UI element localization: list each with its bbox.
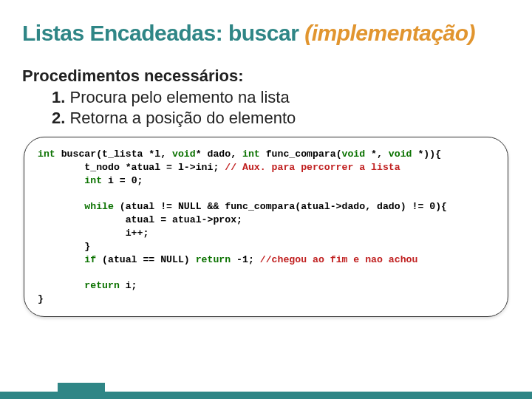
code-text — [38, 201, 84, 212]
slide-content: Listas Encadeadas: buscar (implementação… — [0, 0, 532, 317]
code-keyword: int — [242, 149, 260, 160]
code-text: i = 0; — [102, 175, 143, 186]
code-text: (atual == NULL) — [96, 254, 196, 265]
code-keyword: return — [84, 280, 119, 291]
procedures-heading: Procedimentos necessários: — [22, 66, 510, 86]
code-block: int buscar(t_lista *l, void* dado, int f… — [24, 137, 508, 317]
code-keyword: void — [342, 149, 366, 160]
code-keyword: int — [84, 175, 102, 186]
title-main: Listas Encadeadas: buscar — [22, 21, 304, 45]
code-comment: //chegou ao fim e nao achou — [260, 254, 418, 265]
list-text: Procura pelo elemento na lista — [65, 88, 289, 106]
title-emphasis: (implementação) — [304, 21, 475, 45]
code-text — [38, 280, 84, 291]
code-comment: // Aux. para percorrer a lista — [225, 162, 400, 173]
footer-accent — [58, 383, 105, 399]
code-text: atual = atual->prox; — [38, 214, 242, 225]
list-text: Retorna a posição do elemento — [65, 109, 296, 127]
code-text: buscar(t_lista *l, — [55, 149, 172, 160]
code-text: } — [38, 241, 90, 252]
code-keyword: int — [38, 149, 55, 160]
list-item: 2. Retorna a posição do elemento — [52, 108, 510, 129]
list-number: 2. — [52, 109, 65, 127]
code-text: } — [38, 293, 44, 304]
code-text — [38, 175, 84, 186]
code-text: (atual != NULL && func_compara(atual->da… — [114, 201, 447, 212]
code-text: func_compara( — [260, 149, 342, 160]
procedures-list: 1. Procura pelo elemento na lista 2. Ret… — [52, 87, 510, 128]
code-text: i++; — [38, 228, 149, 239]
code-text: t_nodo *atual = l->ini; — [38, 162, 225, 173]
code-text: *)){ — [412, 149, 442, 160]
code-text — [38, 254, 84, 265]
code-text: -1; — [231, 254, 260, 265]
code-keyword: void — [172, 149, 196, 160]
list-number: 1. — [52, 88, 65, 106]
code-text: * dado, — [196, 149, 242, 160]
code-keyword: if — [84, 254, 96, 265]
code-keyword: while — [84, 201, 114, 212]
slide-title: Listas Encadeadas: buscar (implementação… — [22, 21, 510, 46]
code-text: *, — [365, 149, 389, 160]
code-text: i; — [120, 280, 137, 291]
list-item: 1. Procura pelo elemento na lista — [52, 87, 510, 108]
code-keyword: return — [196, 254, 231, 265]
code-keyword: void — [389, 149, 412, 160]
